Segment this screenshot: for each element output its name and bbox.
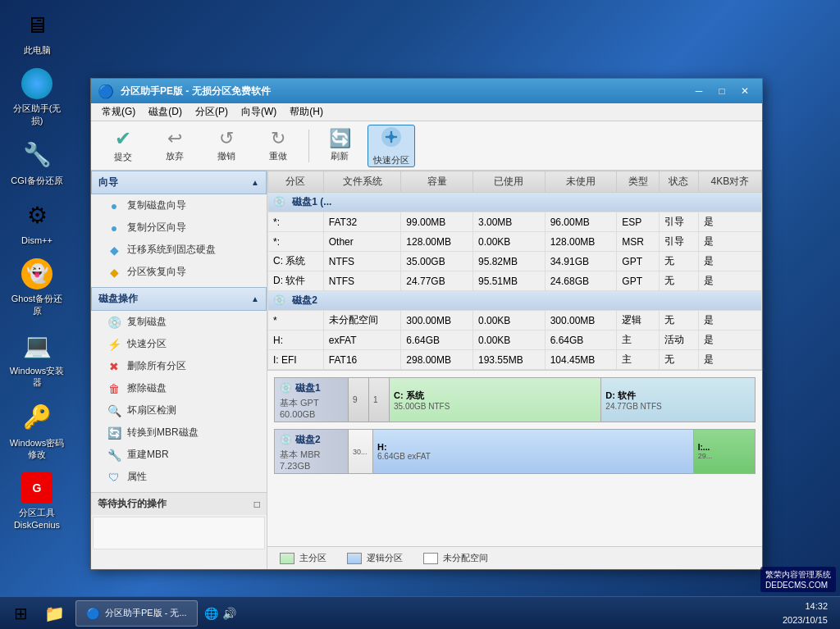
desktop-icon-dism[interactable]: ⚙ Dism++ — [8, 198, 66, 246]
copy-disk2-icon: 💿 — [107, 316, 121, 329]
quick-partition-button[interactable]: 快速分区 — [368, 125, 415, 167]
disk1-row-2[interactable]: C: 系统 NTFS 35.00GB 95.82MB 34.91GB GPT 无… — [268, 252, 762, 271]
disk1-row-3[interactable]: D: 软件 NTFS 24.77GB 95.51MB 24.68GB GPT 无… — [268, 271, 762, 291]
disk2-row-1[interactable]: H: exFAT 6.64GB 0.00KB 6.64GB 主 活动 是 — [268, 330, 762, 350]
delete-all-label: 删除所有分区 — [127, 359, 186, 373]
sidebar-item-rebuild-mbr[interactable]: 🔧 重建MBR — [91, 444, 267, 466]
diskgenius-icon: G — [21, 472, 52, 504]
disk2-header-row[interactable]: 💿 磁盘2 — [268, 291, 762, 311]
desktop-icon-diskgenius[interactable]: G 分区工具DiskGenius — [8, 472, 66, 531]
disk1-header-row[interactable]: 💿 磁盘1 (... — [268, 193, 762, 212]
submit-label: 提交 — [114, 151, 132, 163]
partition-assistant-icon — [21, 68, 52, 99]
disk1-msr-block[interactable]: 1 — [369, 378, 390, 422]
disk2-unalloc-block[interactable]: 30... — [349, 430, 373, 473]
sidebar-wizard-header[interactable]: 向导 ▲ — [91, 171, 267, 194]
minimize-button[interactable]: ─ — [688, 83, 710, 99]
copy-disk-icon: ● — [107, 199, 121, 212]
disk2-visual-label: 💿 磁盘2 基本 MBR 7.23GB — [275, 430, 349, 473]
sidebar-item-properties[interactable]: 🛡 属性 — [91, 466, 267, 488]
undo-button[interactable]: ↺ 撤销 — [203, 125, 250, 167]
d2r1-used: 0.00KB — [472, 330, 545, 350]
sidebar-item-wipe-disk[interactable]: 🗑 擦除磁盘 — [91, 377, 267, 399]
taskbar-app-button[interactable]: 🔵 分区助手PE版 - 无... — [75, 600, 198, 627]
windows-password-icon: 🔑 — [21, 401, 53, 434]
menu-partition[interactable]: 分区(P) — [189, 103, 235, 121]
sidebar-diskops-section: 磁盘操作 ▲ 💿 复制磁盘 ⚡ 快速分区 ✖ 删除所有分区 🗑 擦除磁盘 — [91, 287, 267, 488]
sidebar-item-check-bad[interactable]: 🔍 坏扇区检测 — [91, 399, 267, 422]
close-button[interactable]: ✕ — [734, 83, 756, 99]
d1r2-partition: C: 系统 — [268, 252, 324, 271]
disk2-title: 磁盘2 — [292, 294, 317, 306]
undo-icon: ↺ — [219, 130, 234, 148]
disk1-row-0[interactable]: *: FAT32 99.00MB 3.00MB 96.00MB ESP 引导 是 — [268, 212, 762, 232]
sidebar-item-copy-disk[interactable]: ● 复制磁盘向导 — [91, 194, 267, 217]
sidebar-item-migrate-os[interactable]: ◆ 迁移系统到固态硬盘 — [91, 239, 267, 261]
col-filesystem: 文件系统 — [323, 171, 401, 193]
d2r0-align: 是 — [698, 311, 761, 330]
refresh-button[interactable]: 🔄 刷新 — [316, 125, 363, 167]
c-system-info: 35.00GB NTFS — [394, 402, 596, 411]
disk1-visual[interactable]: 💿 磁盘1 基本 GPT 60.00GB 9 1 — [274, 377, 756, 422]
d2r2-align: 是 — [698, 350, 761, 370]
desktop-icon-ghost[interactable]: 👻 Ghost备份还原 — [8, 258, 66, 317]
sidebar-item-copy-partition[interactable]: ● 复制分区向导 — [91, 217, 267, 239]
disk1-c-block[interactable]: C: 系统 35.00GB NTFS — [390, 378, 601, 422]
maximize-button[interactable]: □ — [711, 83, 733, 99]
discard-label: 放弃 — [166, 150, 184, 162]
disk2-row-2[interactable]: I: EFI FAT16 298.00MB 193.55MB 104.45MB … — [268, 350, 762, 370]
desktop-icon-windows-password[interactable]: 🔑 Windows密码修改 — [8, 401, 66, 461]
menu-normal[interactable]: 常规(G) — [95, 103, 142, 121]
discard-button[interactable]: ↩ 放弃 — [151, 125, 199, 167]
submit-button[interactable]: ✔ 提交 — [99, 125, 147, 167]
disk2-h-block[interactable]: H: 6.64GB exFAT — [373, 430, 694, 473]
sidebar-item-quick-partition[interactable]: ⚡ 快速分区 — [91, 333, 267, 355]
file-explorer-button[interactable]: 📁 — [39, 600, 69, 627]
d1r0-used: 3.00MB — [472, 212, 545, 232]
desktop-icon-windows-installer[interactable]: 💻 Windows安装器 — [8, 329, 66, 389]
quick-partition2-label: 快速分区 — [127, 337, 167, 351]
toolbar: ✔ 提交 ↩ 放弃 ↺ 撤销 ↻ 重做 🔄 刷新 — [91, 121, 762, 171]
rebuild-mbr-label: 重建MBR — [127, 448, 169, 462]
d1r3-type: GPT — [617, 271, 659, 291]
legend-logical: 逻辑分区 — [347, 552, 403, 564]
disk1-esp-block[interactable]: 9 — [349, 378, 369, 422]
menu-help[interactable]: 帮助(H) — [283, 103, 330, 121]
col-used: 已使用 — [472, 171, 545, 193]
disk1-d-block[interactable]: D: 软件 24.77GB NTFS — [601, 378, 755, 422]
menu-wizard[interactable]: 向导(W) — [235, 103, 283, 121]
sidebar-diskops-header[interactable]: 磁盘操作 ▲ — [91, 287, 267, 311]
window-title: 分区助手PE版 - 无损分区免费软件 — [121, 84, 688, 98]
sidebar-item-to-mbr[interactable]: 🔄 转换到MBR磁盘 — [91, 422, 267, 444]
i-efi-info: 29... — [698, 452, 751, 460]
disk2-row-0[interactable]: * 未分配空间 300.00MB 0.00KB 300.00MB 逻辑 无 是 — [268, 311, 762, 330]
window-controls: ─ □ ✕ — [688, 83, 756, 99]
taskbar-app-label: 分区助手PE版 - 无... — [105, 607, 187, 619]
menu-disk[interactable]: 磁盘(D) — [142, 103, 189, 121]
redo-button[interactable]: ↻ 重做 — [254, 125, 302, 167]
disk1-row-1[interactable]: *: Other 128.00MB 0.00KB 128.00MB MSR 引导… — [268, 232, 762, 252]
col-free: 未使用 — [545, 171, 617, 193]
desktop-icon-this-pc[interactable]: 🖥 此电脑 — [8, 8, 66, 56]
d1r0-type: ESP — [617, 212, 659, 232]
d1r0-partition: *: — [268, 212, 324, 232]
sidebar-item-delete-all[interactable]: ✖ 删除所有分区 — [91, 355, 267, 377]
disk2-i-block[interactable]: I:... 29... — [694, 430, 755, 473]
msr-info: 1 — [373, 395, 385, 404]
pending-expand-icon: □ — [254, 499, 260, 510]
ghost-label: Ghost备份还原 — [8, 293, 66, 317]
d-software-name: D: 软件 — [605, 390, 751, 402]
start-button[interactable]: ⊞ — [4, 600, 37, 627]
sidebar-diskops-title: 磁盘操作 — [98, 292, 138, 306]
legend-logical-label: 逻辑分区 — [367, 552, 403, 564]
desktop-icon-cgi[interactable]: 🔧 CGI备份还原 — [8, 139, 66, 186]
volume-icon: 🔊 — [222, 607, 236, 620]
disk2-visual[interactable]: 💿 磁盘2 基本 MBR 7.23GB 30... H: 6.64GB exFA… — [274, 429, 756, 474]
d1r1-type: MSR — [617, 232, 659, 252]
desktop-icon-partition-assistant[interactable]: 分区助手(无损) — [8, 68, 66, 126]
sidebar-item-restore-partition[interactable]: ◆ 分区恢复向导 — [91, 261, 267, 283]
restore-icon: ◆ — [107, 266, 121, 279]
ghost-icon: 👻 — [21, 258, 52, 289]
redo-icon: ↻ — [271, 130, 285, 148]
sidebar-item-copy-disk2[interactable]: 💿 复制磁盘 — [91, 311, 267, 333]
